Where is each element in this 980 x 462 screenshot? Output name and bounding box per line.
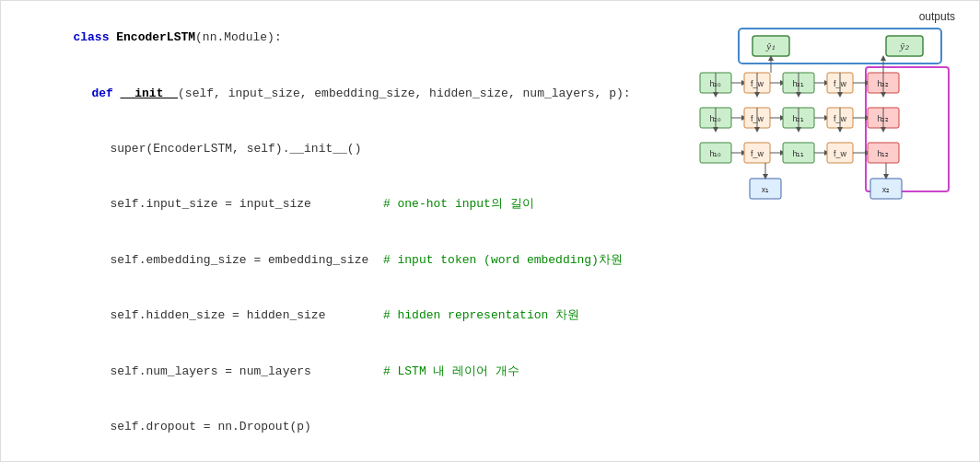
code-left: class EncoderLSTM(nn.Module): def __init…: [16, 10, 679, 462]
svg-text:x₁: x₁: [762, 185, 770, 194]
code-line-5: self.embedding_size = embedding_size # i…: [16, 233, 670, 288]
code-line-3: super(EncoderLSTM, self).__init__(): [16, 121, 670, 177]
code-line-9: self.embedding = nn.Embedding(self.input…: [16, 455, 670, 462]
code-line-8: self.dropout = nn.Dropout(p): [16, 399, 670, 455]
code-line-2: def __init__(self, input_size, embedding…: [16, 65, 670, 121]
code-area: class EncoderLSTM(nn.Module): def __init…: [16, 10, 964, 462]
svg-text:x₂: x₂: [882, 185, 891, 194]
code-line-4: self.input_size = input_size # one-hot i…: [16, 177, 670, 232]
code-line-7: self.num_layers = num_layers # LSTM 내 레이…: [16, 344, 670, 399]
svg-text:h₁₀: h₁₀: [709, 149, 721, 158]
svg-text:h₁₁: h₁₁: [792, 149, 804, 158]
svg-text:f_w: f_w: [751, 149, 764, 158]
class-name: EncoderLSTM: [116, 30, 195, 44]
svg-text:ŷ₁: ŷ₁: [765, 40, 775, 52]
kw-class: class: [73, 30, 116, 44]
main-container: class EncoderLSTM(nn.Module): def __init…: [0, 0, 980, 462]
diagram-area: outputs ŷ₁ ŷ₂ h₃₀: [679, 10, 964, 462]
code-line-6: self.hidden_size = hidden_size # hidden …: [16, 288, 670, 343]
outputs-label: outputs: [919, 10, 955, 23]
code-line-1: class EncoderLSTM(nn.Module):: [16, 10, 670, 65]
svg-text:ŷ₂: ŷ₂: [899, 40, 909, 52]
svg-text:f_w: f_w: [834, 149, 847, 158]
svg-text:h₁₂: h₁₂: [877, 149, 889, 158]
lstm-diagram-wrapper: ŷ₁ ŷ₂ h₃₀ f_w: [683, 27, 960, 229]
lstm-svg: ŷ₁ ŷ₂ h₃₀ f_w: [683, 27, 960, 229]
